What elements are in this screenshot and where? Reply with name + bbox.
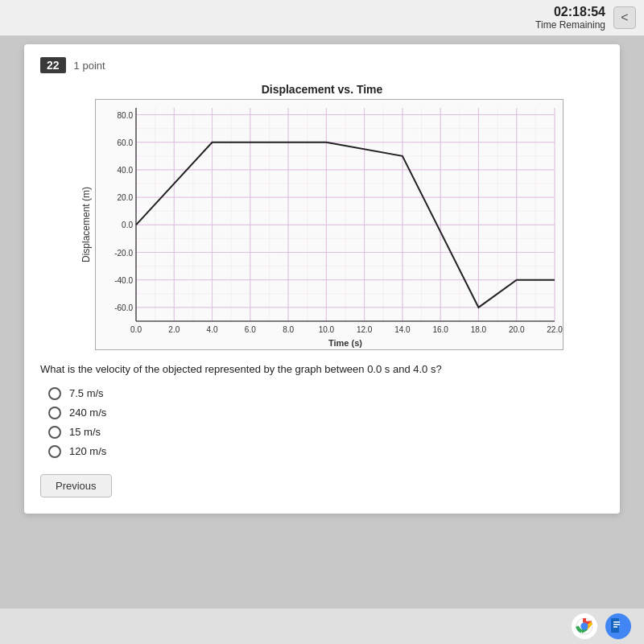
radio-c[interactable] — [48, 426, 61, 439]
top-bar: 02:18:54 Time Remaining < — [0, 0, 644, 36]
y-axis-label: Displacement (m) — [80, 187, 92, 262]
question-text: What is the velocity of the objected rep… — [40, 361, 604, 378]
choice-c-label: 15 m/s — [69, 426, 101, 438]
question-number: 22 — [40, 57, 66, 73]
choice-a[interactable]: 7.5 m/s — [48, 387, 604, 400]
taskbar — [0, 609, 644, 644]
chrome-icon[interactable] — [572, 613, 597, 639]
time-label: Time Remaining — [535, 19, 605, 31]
question-points: 1 point — [74, 60, 105, 72]
svg-point-2 — [581, 623, 588, 630]
time-remaining: 02:18:54 Time Remaining — [535, 5, 605, 31]
question-header: 22 1 point — [40, 57, 604, 73]
graph-title: Displacement vs. Time — [262, 83, 383, 96]
radio-b[interactable] — [48, 407, 61, 419]
choice-b-label: 240 m/s — [69, 407, 106, 419]
svg-rect-7 — [613, 626, 617, 628]
choice-d[interactable]: 120 m/s — [48, 445, 604, 458]
previous-button[interactable]: Previous — [40, 474, 112, 497]
svg-rect-5 — [613, 621, 620, 623]
svg-rect-6 — [613, 624, 620, 625]
graph-wrap: Displacement (m) — [80, 99, 564, 350]
choice-a-label: 7.5 m/s — [69, 387, 104, 399]
choice-d-label: 120 m/s — [69, 445, 106, 457]
choice-c[interactable]: 15 m/s — [48, 426, 604, 439]
docs-icon[interactable] — [605, 613, 631, 639]
chevron-button[interactable]: < — [613, 6, 636, 29]
choice-b[interactable]: 240 m/s — [48, 407, 604, 419]
svg-rect-4 — [611, 618, 619, 633]
time-value: 02:18:54 — [535, 5, 605, 19]
choices-list: 7.5 m/s 240 m/s 15 m/s 120 m/s — [40, 387, 604, 458]
radio-a[interactable] — [48, 387, 61, 400]
graph-container: Displacement vs. Time Displacement (m) — [40, 83, 604, 350]
radio-d[interactable] — [48, 445, 61, 458]
graph-canvas — [95, 99, 564, 350]
question-card: 22 1 point Displacement vs. Time Displac… — [24, 44, 620, 514]
